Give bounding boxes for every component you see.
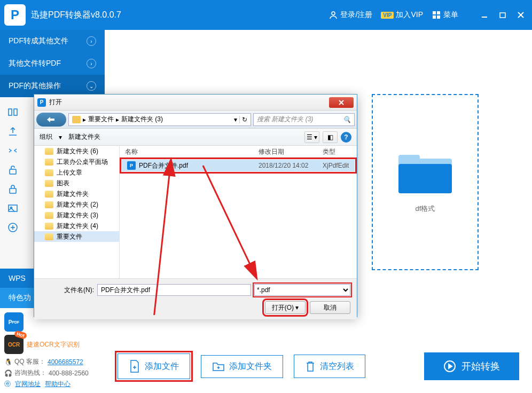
official-site-link[interactable]: 官网地址 — [15, 380, 41, 389]
svg-rect-11 — [10, 169, 16, 174]
dialog-titlebar: P 打开 — [34, 95, 357, 111]
nav-pdf-to-other[interactable]: PDF转成其他文件 › — [0, 30, 105, 52]
app-logo: P — [4, 4, 26, 26]
address-bar[interactable]: ▸ 重要文件 ▸ 新建文件夹 (3) ▾ ↻ — [68, 113, 251, 126]
search-icon: 🔍 — [343, 116, 351, 123]
folder-icon — [45, 201, 53, 208]
add-folder-button[interactable]: 添加文件夹 — [201, 355, 283, 378]
split-icon[interactable] — [0, 103, 26, 122]
search-input[interactable]: 搜索 新建文件夹 (3) 🔍 — [253, 113, 355, 126]
ocr-promo-text[interactable]: 捷速OCR文字识别 — [27, 340, 80, 349]
filename-label: 文件名(N): — [41, 286, 94, 295]
nav-other-to-pdf[interactable]: 其他文件转PDF › — [0, 52, 105, 75]
col-name[interactable]: 名称 — [120, 146, 253, 157]
grid-icon — [432, 10, 441, 20]
file-row[interactable]: P PDF合并文件.pdf 2018/12/20 14:02 XjPdfEdit — [122, 160, 355, 171]
svg-rect-1 — [433, 11, 436, 14]
ie-icon: ⓔ — [4, 380, 11, 389]
compress-icon[interactable] — [0, 141, 26, 160]
dialog-nav: ▸ 重要文件 ▸ 新建文件夹 (3) ▾ ↻ 搜索 新建文件夹 (3) 🔍 — [34, 111, 357, 129]
dropzone[interactable]: df格式 — [372, 94, 479, 270]
folder-icon — [45, 180, 53, 187]
clear-list-button[interactable]: 清空列表 — [294, 355, 365, 378]
tree-item[interactable]: 新建文件夹 (4) — [34, 221, 119, 231]
dialog-close-button[interactable] — [329, 97, 354, 108]
file-plus-icon — [129, 359, 140, 373]
ocr-app-icon: OCRHot — [4, 335, 24, 354]
tree-item[interactable]: 新建文件夹 (6) — [34, 146, 119, 156]
tree-item[interactable]: 新建文件夹 — [34, 188, 119, 199]
vip-link[interactable]: VIP 加入VIP — [381, 10, 423, 20]
close-button[interactable] — [514, 10, 528, 20]
col-date[interactable]: 修改日期 — [253, 146, 317, 157]
svg-rect-12 — [10, 188, 16, 193]
file-list: 名称 修改日期 类型 P PDF合并文件.pdf 2018/12/20 14:0… — [120, 146, 357, 278]
back-arrow-icon — [46, 116, 57, 123]
svg-rect-3 — [433, 15, 436, 19]
filename-input[interactable] — [97, 284, 251, 296]
folder-icon — [45, 212, 53, 219]
tree-item[interactable]: 新建文件夹 (3) — [34, 210, 119, 221]
play-icon — [443, 360, 456, 373]
folder-icon — [45, 148, 53, 155]
titlebar: P 迅捷PDF转换器v8.0.0.7 登录/注册 VIP 加入VIP 菜单 — [0, 0, 532, 30]
svg-rect-13 — [9, 205, 17, 211]
folder-icon — [45, 223, 53, 230]
cancel-button[interactable]: 取消 — [310, 301, 350, 314]
lock-icon[interactable] — [0, 179, 26, 199]
add-file-button[interactable]: 添加文件 — [118, 353, 190, 379]
app-title: 迅捷PDF转换器v8.0.0.7 — [31, 10, 328, 21]
qq-icon: 🐧 — [4, 358, 12, 366]
file-open-dialog: P 打开 ▸ 重要文件 ▸ 新建文件夹 (3) ▾ ↻ 搜索 新建文件夹 (3)… — [34, 94, 357, 317]
organize-button[interactable]: 组织 — [40, 132, 52, 142]
vip-badge-icon: VIP — [381, 12, 394, 19]
open-button[interactable]: 打开(O) ▾ — [265, 301, 306, 314]
tree-item[interactable]: 上传文章 — [34, 167, 119, 178]
tree-item[interactable]: 图表 — [34, 178, 119, 188]
dialog-app-icon: P — [37, 98, 46, 107]
pdf-file-icon: P — [127, 161, 136, 170]
nav-back-button[interactable] — [36, 113, 66, 127]
dialog-title: 打开 — [49, 98, 329, 107]
qq-number-link[interactable]: 4006685572 — [48, 358, 83, 366]
unlock-icon[interactable] — [0, 160, 26, 179]
folder-tree: 新建文件夹 (6) 工装办公桌平面场 上传文章 图表 新建文件夹 新建文件夹 (… — [34, 146, 120, 278]
tree-item[interactable]: 重要文件 — [34, 231, 119, 242]
tree-item[interactable]: 新建文件夹 (2) — [34, 199, 119, 210]
qq-contact: 🐧 QQ 客服： 4006685572 — [4, 357, 100, 366]
chevron-right-icon: › — [87, 59, 96, 68]
add-page-icon[interactable] — [0, 218, 26, 237]
chevron-down-icon: ⌄ — [87, 81, 96, 91]
image-icon[interactable] — [0, 199, 26, 218]
help-center-link[interactable]: 帮助中心 — [45, 380, 71, 389]
svg-rect-6 — [500, 13, 505, 18]
preview-pane-button[interactable]: ◧ — [323, 131, 338, 143]
hotline-contact: 🎧 咨询热线： 400-888-2560 — [4, 368, 100, 378]
start-convert-button[interactable]: 开始转换 — [424, 352, 519, 380]
folder-icon — [45, 159, 53, 166]
view-mode-button[interactable]: ☰ ▾ — [304, 131, 319, 143]
dialog-toolbar: 组织 ▾ 新建文件夹 ☰ ▾ ◧ ? — [34, 129, 357, 146]
help-icon[interactable]: ? — [341, 132, 351, 143]
folder-icon — [45, 233, 53, 240]
user-icon — [328, 10, 338, 20]
pdf-app-icon: PPDF — [4, 312, 24, 332]
menu-link[interactable]: 菜单 — [432, 10, 458, 20]
folder-icon — [45, 169, 53, 176]
trash-icon — [305, 360, 316, 372]
close-icon — [338, 99, 345, 106]
tree-item[interactable]: 工装办公桌平面场 — [34, 156, 119, 167]
folder-icon — [398, 151, 452, 193]
login-link[interactable]: 登录/注册 — [328, 10, 372, 20]
refresh-icon[interactable]: ↻ — [239, 116, 247, 123]
col-type[interactable]: 类型 — [317, 146, 357, 157]
maximize-button[interactable] — [496, 10, 510, 20]
new-folder-button[interactable]: 新建文件夹 — [68, 132, 100, 142]
svg-rect-4 — [437, 15, 440, 19]
svg-rect-9 — [9, 109, 12, 115]
export-icon[interactable] — [0, 122, 26, 141]
filetype-select[interactable]: *.pdf — [254, 284, 350, 296]
chevron-right-icon: › — [87, 36, 96, 46]
minimize-button[interactable] — [478, 10, 491, 20]
folder-plus-icon — [212, 361, 225, 372]
